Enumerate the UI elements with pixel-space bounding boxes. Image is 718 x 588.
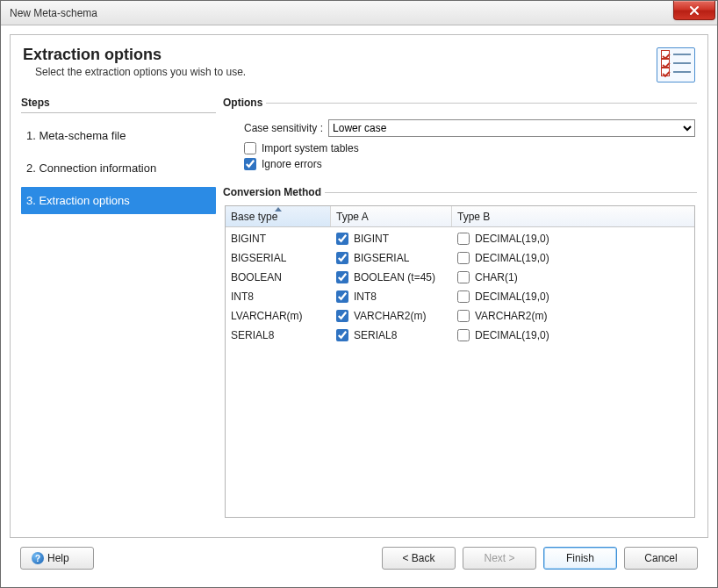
type-a-label: BIGINT	[354, 233, 389, 245]
conversion-fieldset: Conversion Method Base type Type A	[223, 186, 697, 518]
steps-list: 1. Meta-schema file2. Connection informa…	[21, 122, 216, 219]
conversion-table: Base type Type A Type B BIGINTB	[225, 205, 695, 518]
type-a-label: VARCHAR2(m)	[354, 310, 426, 322]
step-item[interactable]: 3. Extraction options	[21, 187, 216, 214]
table-row: LVARCHAR(m)VARCHAR2(m)VARCHAR2(m)	[226, 306, 694, 326]
steps-title: Steps	[21, 97, 216, 113]
table-row: INT8INT8DECIMAL(19,0)	[226, 287, 694, 306]
help-icon: ?	[32, 552, 44, 564]
titlebar: New Meta-schema	[1, 1, 717, 25]
help-button[interactable]: ? Help	[20, 547, 94, 570]
main-panel: Options Case sensitivity : Lower case Im…	[223, 97, 697, 528]
cell-base-type: BIGSERIAL	[226, 252, 331, 264]
type-a-checkbox[interactable]	[336, 290, 348, 303]
ignore-errors-checkbox[interactable]	[244, 158, 256, 170]
options-fieldset: Options Case sensitivity : Lower case Im…	[223, 97, 697, 176]
cell-base-type: LVARCHAR(m)	[226, 310, 331, 322]
type-a-checkbox[interactable]	[336, 310, 348, 322]
col-header-type-b-label: Type B	[457, 211, 490, 223]
cell-type-b: DECIMAL(19,0)	[452, 329, 694, 341]
type-b-label: DECIMAL(19,0)	[475, 290, 549, 303]
case-sensitivity-row: Case sensitivity : Lower case	[244, 119, 695, 137]
cell-type-b: DECIMAL(19,0)	[452, 252, 694, 264]
ignore-errors-row: Ignore errors	[244, 158, 695, 170]
content-frame: Extraction options Select the extraction…	[10, 34, 708, 538]
cancel-button[interactable]: Cancel	[624, 547, 698, 570]
case-sensitivity-label: Case sensitivity :	[244, 122, 323, 134]
type-b-checkbox[interactable]	[457, 233, 470, 245]
table-body: BIGINTBIGINTDECIMAL(19,0)BIGSERIALBIGSER…	[226, 227, 694, 517]
type-a-label: BOOLEAN (t=45)	[354, 271, 435, 283]
sort-asc-icon	[275, 207, 282, 212]
checklist-icon	[657, 47, 695, 82]
conversion-legend: Conversion Method	[223, 186, 325, 198]
page-subtitle: Select the extraction options you wish t…	[23, 66, 657, 78]
cell-type-b: VARCHAR2(m)	[452, 310, 694, 322]
cell-base-type: BOOLEAN	[226, 271, 331, 283]
step-item[interactable]: 1. Meta-schema file	[21, 122, 216, 149]
col-header-type-a-label: Type A	[336, 211, 369, 223]
close-icon	[688, 5, 700, 16]
ignore-errors-label[interactable]: Ignore errors	[262, 158, 322, 170]
type-b-label: VARCHAR2(m)	[475, 310, 547, 322]
type-b-label: DECIMAL(19,0)	[475, 233, 549, 245]
cell-base-type: SERIAL8	[226, 329, 331, 341]
page-title: Extraction options	[23, 46, 657, 64]
content-outer: Extraction options Select the extraction…	[1, 25, 717, 587]
col-header-base-label: Base type	[231, 211, 277, 223]
cell-type-a: BIGSERIAL	[331, 252, 452, 264]
page-header-text: Extraction options Select the extraction…	[23, 46, 657, 78]
type-b-label: DECIMAL(19,0)	[475, 252, 549, 264]
col-header-base[interactable]: Base type	[226, 206, 331, 226]
type-a-checkbox[interactable]	[336, 271, 348, 283]
back-button[interactable]: < Back	[382, 547, 456, 570]
help-button-label: Help	[47, 552, 69, 564]
import-system-tables-label[interactable]: Import system tables	[262, 142, 359, 154]
cell-type-b: DECIMAL(19,0)	[452, 290, 694, 303]
import-system-tables-checkbox[interactable]	[244, 142, 256, 154]
window-title: New Meta-schema	[10, 7, 97, 19]
type-a-label: INT8	[354, 290, 377, 303]
cell-type-a: VARCHAR2(m)	[331, 310, 452, 322]
type-b-checkbox[interactable]	[457, 252, 470, 264]
type-a-checkbox[interactable]	[336, 329, 348, 341]
finish-button-label: Finish	[566, 552, 594, 564]
cell-base-type: BIGINT	[226, 233, 331, 245]
table-row: BIGSERIALBIGSERIALDECIMAL(19,0)	[226, 248, 694, 268]
step-item[interactable]: 2. Connection information	[21, 154, 216, 182]
body: Steps 1. Meta-schema file2. Connection i…	[11, 90, 707, 537]
type-a-checkbox[interactable]	[336, 252, 348, 264]
cell-type-b: CHAR(1)	[452, 271, 694, 283]
import-system-tables-row: Import system tables	[244, 142, 695, 154]
back-button-label: < Back	[402, 552, 434, 564]
close-button[interactable]	[673, 1, 715, 20]
cell-type-a: INT8	[331, 290, 452, 303]
type-b-checkbox[interactable]	[457, 271, 470, 283]
cell-type-a: BIGINT	[331, 233, 452, 245]
cell-type-b: DECIMAL(19,0)	[452, 233, 694, 245]
type-b-label: CHAR(1)	[475, 271, 518, 283]
type-b-checkbox[interactable]	[457, 310, 470, 322]
type-a-checkbox[interactable]	[336, 233, 348, 245]
type-b-label: DECIMAL(19,0)	[475, 329, 549, 341]
table-row: BOOLEANBOOLEAN (t=45)CHAR(1)	[226, 268, 694, 287]
type-b-checkbox[interactable]	[457, 329, 470, 341]
table-row: SERIAL8SERIAL8DECIMAL(19,0)	[226, 326, 694, 345]
next-button: Next >	[463, 547, 536, 570]
footer: ? Help < Back Next > Finish Cancel	[10, 538, 708, 578]
dialog-window: New Meta-schema Extraction options Selec…	[0, 0, 718, 588]
cancel-button-label: Cancel	[644, 552, 677, 564]
cell-base-type: INT8	[226, 290, 331, 303]
col-header-type-b[interactable]: Type B	[452, 206, 694, 226]
col-header-type-a[interactable]: Type A	[331, 206, 452, 226]
table-header: Base type Type A Type B	[226, 206, 694, 227]
table-row: BIGINTBIGINTDECIMAL(19,0)	[226, 229, 694, 248]
options-legend: Options	[223, 97, 266, 109]
steps-sidebar: Steps 1. Meta-schema file2. Connection i…	[21, 97, 216, 528]
page-header: Extraction options Select the extraction…	[11, 35, 707, 90]
case-sensitivity-select[interactable]: Lower case	[328, 119, 695, 137]
type-b-checkbox[interactable]	[457, 290, 470, 303]
type-a-label: BIGSERIAL	[354, 252, 409, 264]
next-button-label: Next >	[484, 552, 514, 564]
finish-button[interactable]: Finish	[543, 547, 617, 570]
